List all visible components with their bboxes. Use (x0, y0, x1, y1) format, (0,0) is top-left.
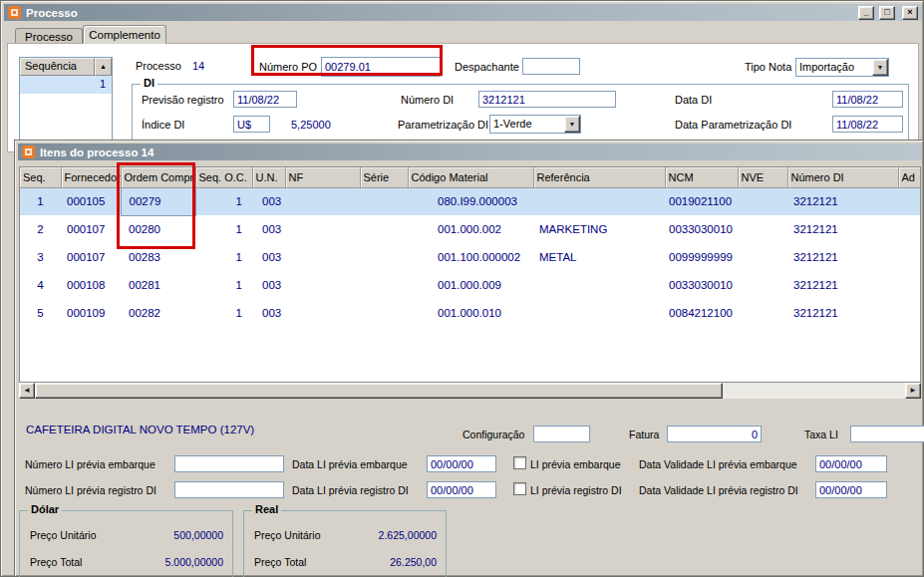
data-parametrizacao-di-input[interactable] (832, 116, 903, 133)
grid-cell[interactable]: 001.000.002 (408, 215, 533, 243)
grid-cell[interactable]: 4 (20, 271, 61, 299)
grid-cell[interactable]: 3212121 (787, 271, 898, 299)
minimize-button[interactable]: _ (858, 6, 874, 20)
grid-cell[interactable]: 001.100.000002 (408, 243, 533, 271)
grid-cell[interactable]: 0033030010 (665, 215, 738, 243)
maximize-button[interactable]: □ (879, 6, 895, 20)
li-previa-registro-di-checkbox[interactable] (513, 482, 526, 495)
grid-cell[interactable] (898, 243, 921, 271)
grid-cell[interactable]: 0033030010 (665, 271, 738, 299)
data-li-previa-embarque-input[interactable] (427, 455, 496, 472)
grid-row[interactable]: 5000109002821003001.000.0100084212100321… (20, 299, 921, 327)
grid-cell[interactable] (898, 187, 921, 215)
grid-cell[interactable]: 1 (195, 243, 252, 271)
grid-cell[interactable]: 003 (252, 187, 285, 215)
grid-col-header[interactable]: Seq. O.C. (195, 167, 252, 187)
grid-cell[interactable]: 00281 (121, 271, 195, 299)
grid-col-header[interactable]: Referência (533, 167, 665, 187)
grid-cell[interactable] (533, 299, 665, 327)
grid-cell[interactable] (285, 215, 360, 243)
grid-col-header[interactable]: Série (360, 167, 408, 187)
grid-hscrollbar[interactable]: ◄ ► (19, 383, 921, 399)
grid-cell[interactable]: 00282 (121, 299, 195, 327)
grid-cell[interactable]: 1 (20, 187, 61, 215)
grid-cell[interactable]: 003 (252, 243, 285, 271)
grid-cell[interactable] (898, 299, 921, 327)
numero-li-previa-registro-di-input[interactable] (174, 481, 284, 498)
despachante-input[interactable] (522, 58, 580, 75)
configuracao-input[interactable] (533, 426, 590, 442)
grid-cell[interactable]: 003 (252, 215, 285, 243)
li-previa-embarque-checkbox[interactable] (513, 456, 526, 469)
sequencia-column-header[interactable]: Sequência (20, 58, 95, 76)
grid-cell[interactable]: 001.000.009 (408, 271, 533, 299)
data-di-input[interactable] (832, 91, 903, 108)
data-validade-li-previa-registro-di-input[interactable] (815, 481, 887, 498)
grid-row[interactable]: 4000108002811003001.000.0090033030010321… (20, 271, 921, 299)
grid-cell[interactable] (360, 299, 408, 327)
grid-cell[interactable] (285, 187, 360, 215)
grid-col-header[interactable]: NCM (665, 167, 738, 187)
grid-cell[interactable]: 000107 (61, 243, 121, 271)
grid-cell[interactable]: 0084212100 (665, 299, 738, 327)
scroll-left-icon[interactable]: ◄ (19, 383, 35, 399)
scroll-up-icon[interactable]: ▲ (95, 58, 112, 76)
fatura-input[interactable] (667, 426, 762, 442)
grid-cell[interactable]: 000107 (61, 215, 121, 243)
sequencia-list[interactable]: Sequência ▲ 1 (19, 57, 113, 141)
grid-col-header[interactable]: Seq. (20, 167, 61, 187)
grid-cell[interactable] (533, 271, 665, 299)
grid-cell[interactable] (738, 187, 787, 215)
close-button[interactable]: × (902, 6, 918, 20)
grid-cell[interactable]: 3212121 (787, 299, 898, 327)
grid-cell[interactable] (738, 243, 787, 271)
grid-cell[interactable]: 000109 (61, 299, 121, 327)
grid-col-header[interactable]: NF (285, 167, 360, 187)
numero-di-input[interactable] (478, 91, 616, 108)
grid-cell[interactable] (738, 299, 787, 327)
grid-cell[interactable]: 1 (195, 187, 252, 215)
grid-cell[interactable]: 3212121 (787, 187, 898, 215)
grid-cell[interactable] (533, 187, 665, 215)
grid-cell[interactable]: MARKETING (533, 215, 665, 243)
grid-cell[interactable] (360, 243, 408, 271)
grid-cell[interactable] (738, 271, 787, 299)
grid-cell[interactable]: 003 (252, 271, 285, 299)
grid-cell[interactable]: 0099999999 (665, 243, 738, 271)
grid-cell[interactable]: 1 (195, 215, 252, 243)
grid-cell[interactable] (738, 215, 787, 243)
grid-cell[interactable] (285, 299, 360, 327)
taxa-li-input[interactable] (850, 426, 924, 442)
processo-titlebar[interactable]: Processo _ □ × (4, 4, 922, 21)
tab-complemento[interactable]: Complemento (83, 25, 166, 44)
numero-li-previa-embarque-input[interactable] (174, 455, 284, 472)
itens-titlebar[interactable]: Itens do processo 14 (18, 144, 922, 160)
grid-cell[interactable]: 1 (195, 299, 252, 327)
grid-cell[interactable]: 000105 (61, 187, 121, 215)
chevron-down-icon[interactable]: ▼ (872, 59, 888, 76)
chevron-down-icon[interactable]: ▼ (564, 116, 580, 133)
grid-col-header[interactable]: Fornecedor (61, 167, 121, 187)
sequencia-selected-row[interactable]: 1 (20, 76, 112, 94)
app-icon[interactable] (22, 145, 35, 158)
grid-cell[interactable]: 001.000.010 (408, 299, 533, 327)
grid-cell[interactable]: 3 (20, 243, 61, 271)
grid-cell[interactable] (285, 243, 360, 271)
grid-cell[interactable]: 1 (195, 271, 252, 299)
grid-cell[interactable] (360, 271, 408, 299)
app-icon[interactable] (8, 6, 21, 19)
grid-col-header[interactable]: Ad (898, 167, 921, 187)
grid-cell[interactable] (898, 215, 921, 243)
tipo-nota-select[interactable]: Importação ▼ (795, 58, 889, 77)
previsao-registro-input[interactable] (233, 91, 297, 108)
data-li-previa-registro-di-input[interactable] (427, 481, 496, 498)
grid-cell[interactable] (360, 215, 408, 243)
grid-cell[interactable]: 080.I99.000003 (408, 187, 533, 215)
parametrizacao-di-select[interactable]: 1-Verde ▼ (489, 115, 581, 134)
grid-cell[interactable]: 3212121 (787, 215, 898, 243)
grid-col-header[interactable]: Número DI (787, 167, 898, 187)
grid-cell[interactable]: 2 (20, 215, 61, 243)
hscroll-thumb[interactable] (35, 383, 723, 399)
grid-cell[interactable] (898, 271, 921, 299)
grid-col-header[interactable]: Código Material (408, 167, 533, 187)
